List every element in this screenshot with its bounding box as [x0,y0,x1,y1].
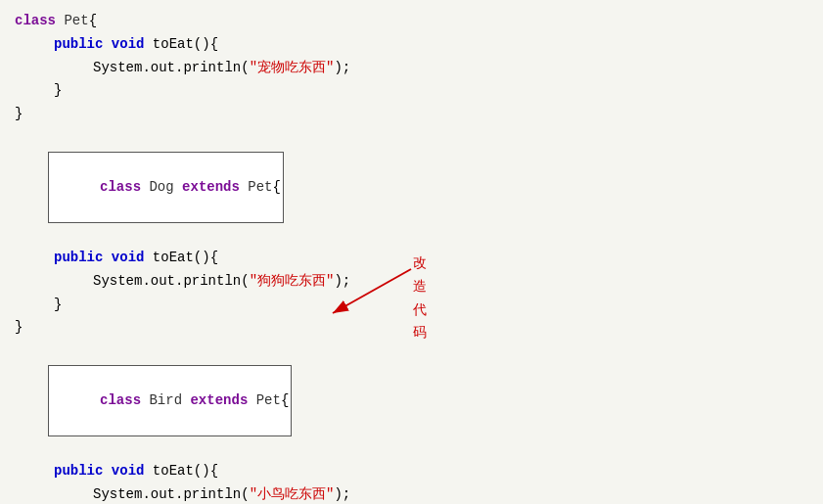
line-3: System.out.println("宠物吃东西"); [93,57,808,80]
line-4: } [54,79,808,103]
line-13: System.out.println("小鸟吃东西"); [93,483,808,504]
line-9: } [54,294,808,317]
line-2: public void toEat(){ [54,33,808,57]
svg-line-1 [333,269,411,313]
line-8: System.out.println("狗狗吃东西"); [93,270,808,294]
line-11: class Bird extends Pet{ [15,342,808,460]
line-12: public void toEat(){ [54,460,808,483]
code-editor: class Pet{ public void toEat(){ System.o… [0,0,823,504]
line-6: class Dog extends Pet{ [15,128,808,247]
line-5: } [15,103,808,126]
annotation-text: 改造代码 [413,252,427,344]
line-7: public void toEat(){ [54,247,808,270]
line-1: class Pet{ [15,10,808,33]
arrow-svg [303,259,421,328]
